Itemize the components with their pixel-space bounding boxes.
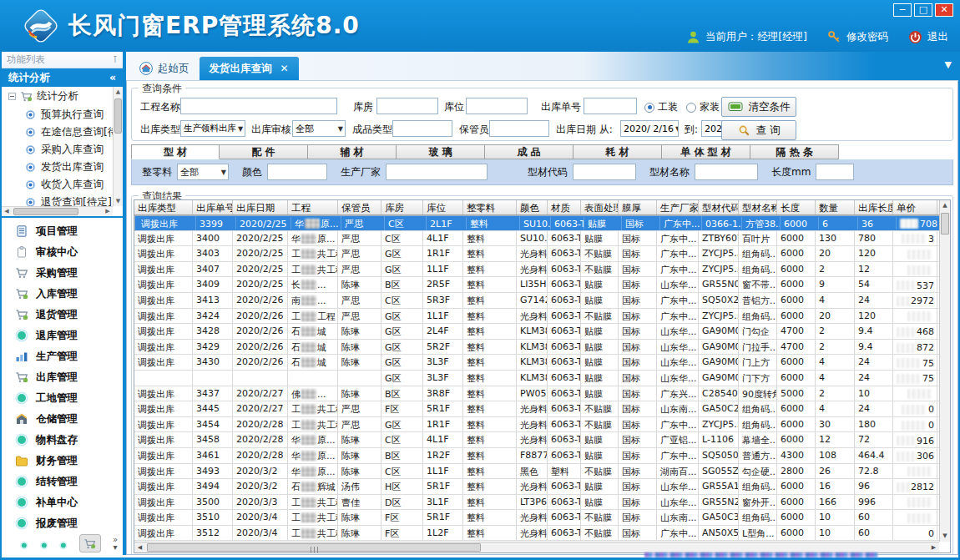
- material-tab[interactable]: 单 体 型 材: [662, 144, 750, 159]
- scroll-down-icon[interactable]: ▼: [940, 531, 950, 542]
- table-row[interactable]: 调拨出库34092020/2/25长...陈琳B区2R5F整料LI35HD606…: [134, 277, 950, 293]
- column-header-keeper[interactable]: 保管员: [338, 200, 381, 214]
- table-row[interactable]: G区3L3F整料KLM38176063-T5贴膜国标山东华...GA90M09.…: [134, 371, 950, 386]
- column-header-type[interactable]: 出库类型: [134, 200, 193, 214]
- column-header-whole[interactable]: 整零料: [463, 200, 517, 214]
- length-input[interactable]: [816, 164, 854, 180]
- sidebar-item-仓储管理[interactable]: 仓储管理: [2, 409, 123, 430]
- table-row[interactable]: 调拨出库35102020/3/4工共工程陈琳F区5R1F整料光身料6063-T5…: [134, 510, 950, 526]
- scroll-left-icon[interactable]: ◀: [134, 542, 145, 552]
- table-row[interactable]: 调拨出库34032020/2/25工共工程严思G区1R1F整料光身料6063-T…: [134, 246, 950, 262]
- column-header-outlen[interactable]: 出库长度: [855, 200, 893, 214]
- close-tab-icon[interactable]: ✕: [280, 63, 289, 74]
- table-row[interactable]: 调拨出库33992020/2/25华原...严思C区2L1F整料SU10...6…: [134, 215, 950, 231]
- column-header-mat[interactable]: 材质: [548, 200, 581, 214]
- tree-item[interactable]: 预算执行查询: [2, 106, 113, 124]
- scroll-up-icon[interactable]: ▲: [940, 200, 950, 211]
- column-header-loc[interactable]: 库位: [423, 200, 463, 214]
- pin-icon[interactable]: ⊺: [113, 52, 118, 68]
- keeper-input[interactable]: [489, 120, 549, 137]
- column-header-name[interactable]: 型材名称: [739, 200, 777, 214]
- logout-link[interactable]: 退出: [927, 30, 948, 44]
- column-header-no[interactable]: 出库单号: [193, 200, 233, 214]
- search-button[interactable]: 查 询: [721, 120, 796, 140]
- date-from-select[interactable]: 2020/ 2/16▼: [620, 120, 679, 137]
- material-tab[interactable]: 隔 热 条: [750, 144, 839, 159]
- column-header-code[interactable]: 型材代码: [699, 200, 739, 214]
- column-header-surf[interactable]: 表面处理: [581, 200, 619, 214]
- table-row[interactable]: 调拨出库34302020/2/26石城陈琳G区3L3F整料KLM38176063…: [134, 355, 950, 371]
- material-tab[interactable]: 辅 材: [308, 144, 397, 159]
- tree-expander-icon[interactable]: [8, 93, 16, 100]
- radio-industrial[interactable]: 工装: [644, 100, 678, 114]
- sidebar-item-退货管理[interactable]: 退货管理: [2, 305, 123, 325]
- material-tab[interactable]: 型 材: [131, 144, 220, 159]
- scroll-right-icon[interactable]: ▶: [928, 542, 939, 552]
- table-row[interactable]: 调拨出库34612020/2/28华原...陈琳B区1R2F整料F8877FT6…: [134, 448, 950, 464]
- table-row[interactable]: 调拨出库34292020/2/26石城陈琳G区5R2F整料KLM38176063…: [134, 340, 950, 356]
- sidebar-item-项目管理[interactable]: 项目管理: [2, 221, 123, 242]
- color-input[interactable]: [267, 164, 327, 180]
- tab-shipping-outbound-query[interactable]: 发货出库查询 ✕: [200, 57, 299, 80]
- tree-root-statistics[interactable]: 统计分析: [2, 87, 113, 106]
- column-header-maker[interactable]: 生产厂家: [657, 200, 699, 214]
- sidebar-item-工地管理[interactable]: 工地管理: [2, 388, 123, 409]
- column-header-proj[interactable]: 工程: [288, 200, 338, 214]
- close-button[interactable]: ✕: [935, 3, 953, 17]
- material-tab[interactable]: 配 件: [220, 144, 308, 159]
- project-name-input[interactable]: [180, 98, 337, 114]
- material-tab[interactable]: 耗 材: [573, 144, 662, 159]
- collapsed-module-icon[interactable]: [20, 538, 28, 549]
- overflow-chevron-icon[interactable]: »▾: [113, 536, 118, 551]
- material-tab[interactable]: 成 品: [485, 144, 573, 159]
- table-row[interactable]: 调拨出库34132020/2/26南...严思C区5R3F整料G71422606…: [134, 293, 950, 309]
- scroll-thumb[interactable]: [114, 98, 122, 134]
- table-row[interactable]: 调拨出库34942020/3/2石辉城汤伟H区5R1F整料光身料6063-T5贴…: [134, 479, 950, 495]
- tree-item[interactable]: 发货出库查询: [2, 159, 113, 176]
- table-row[interactable]: 调拨出库34582020/2/28华原...陈琳C区4L1F整料光身料6063-…: [134, 432, 950, 448]
- tab-home[interactable]: 起始页: [129, 57, 200, 80]
- column-header-wh[interactable]: 库房: [381, 200, 423, 214]
- sidebar-item-采购管理[interactable]: 采购管理: [2, 263, 123, 284]
- change-password-link[interactable]: 修改密码: [846, 30, 888, 44]
- scroll-right-icon[interactable]: ▶: [103, 207, 113, 216]
- whole-part-select[interactable]: 全部▼: [177, 164, 229, 180]
- maker-input[interactable]: [386, 164, 488, 180]
- tree-item[interactable]: 在途信息查询[待: [2, 124, 113, 141]
- column-header-film[interactable]: 膜厚: [619, 200, 657, 214]
- scroll-thumb[interactable]: [941, 213, 949, 235]
- material-tab[interactable]: 玻 璃: [397, 144, 485, 159]
- table-row[interactable]: 调拨出库34282020/2/26石城陈琳G区2L4F整料KLM38176063…: [134, 324, 950, 340]
- order-no-input[interactable]: [584, 98, 637, 114]
- table-row[interactable]: 调拨出库34242020/2/26工工程严思G区1L1F整料光身料6063-T5…: [134, 309, 950, 325]
- collapse-icon[interactable]: «: [109, 68, 116, 87]
- table-row[interactable]: 调拨出库34002020/2/25华原...严思C区4L1F整料SU10...6…: [134, 231, 950, 247]
- column-header-len[interactable]: 长度: [777, 200, 816, 214]
- sidebar-item-出库管理[interactable]: 出库管理: [2, 367, 123, 388]
- profile-code-input[interactable]: [573, 164, 636, 180]
- location-input[interactable]: [466, 98, 528, 114]
- tree-item[interactable]: 采购入库查询: [2, 141, 113, 159]
- sidebar-item-入库管理[interactable]: 入库管理: [2, 284, 123, 305]
- out-type-select[interactable]: 生产领料出库▼: [180, 120, 245, 137]
- table-row[interactable]: 调拨出库35122020/3/4工共工程陈琳F区1L2F整料光身料6063-T5…: [134, 526, 950, 542]
- table-row[interactable]: 调拨出库34372020/2/27佛...陈琳B区3R8F整料PW056063-…: [134, 386, 950, 402]
- sidebar-item-报废管理[interactable]: 报废管理: [2, 513, 123, 534]
- product-type-input[interactable]: [392, 120, 452, 137]
- table-row[interactable]: 调拨出库35002020/3/3工共工程曹佳D区3L1F整料LT3P606063…: [134, 495, 950, 511]
- tree-horizontal-scrollbar[interactable]: ◀ ▶: [2, 206, 113, 216]
- radio-home-decor[interactable]: 家装: [686, 100, 720, 114]
- statistics-section-header[interactable]: 统计分析 «: [2, 68, 123, 87]
- profile-name-input[interactable]: [695, 164, 758, 180]
- scroll-left-icon[interactable]: ◀: [2, 207, 12, 216]
- warehouse-input[interactable]: [376, 98, 438, 114]
- sidebar-item-生产管理[interactable]: 生产管理: [2, 346, 123, 367]
- table-row[interactable]: 调拨出库34542020/2/28工共工程严思G区1R1F整料光身料6063-T…: [134, 417, 950, 433]
- scroll-down-icon[interactable]: ▼: [114, 196, 123, 206]
- sidebar-item-退库管理[interactable]: 退库管理: [2, 325, 123, 346]
- tree-item[interactable]: 退货查询[待定]: [2, 194, 113, 206]
- clear-conditions-button[interactable]: 清空条件: [721, 97, 796, 117]
- scroll-thumb[interactable]: [147, 543, 481, 552]
- scroll-thumb[interactable]: [13, 208, 78, 215]
- audit-select[interactable]: 全部▼: [292, 120, 346, 137]
